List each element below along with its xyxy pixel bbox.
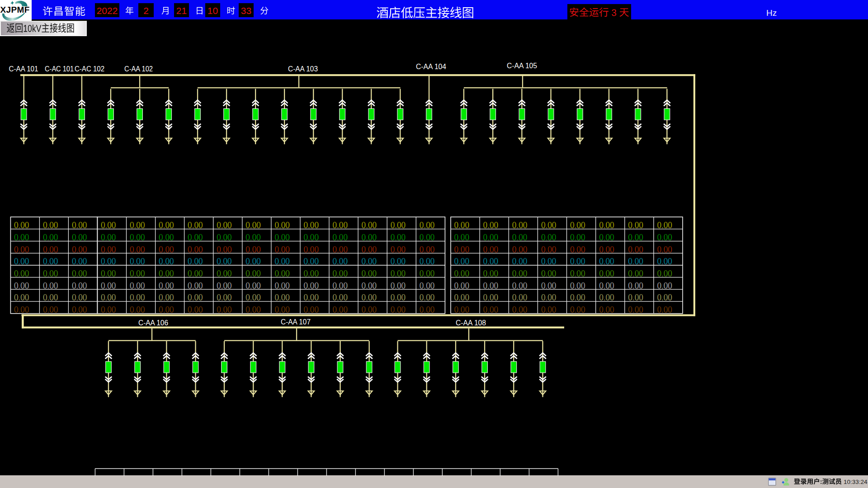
svg-text:0.00: 0.00 [362, 280, 377, 291]
svg-text:0.00: 0.00 [570, 220, 585, 230]
svg-text:0.00: 0.00 [274, 232, 290, 242]
svg-text:0.00: 0.00 [512, 220, 528, 230]
svg-text:0.00: 0.00 [570, 304, 585, 314]
svg-text:0.00: 0.00 [420, 292, 435, 302]
svg-text:0.00: 0.00 [420, 256, 435, 266]
svg-text:0.00: 0.00 [599, 304, 614, 314]
svg-text:0.00: 0.00 [217, 244, 232, 254]
svg-text:0.00: 0.00 [541, 292, 557, 302]
svg-text:0.00: 0.00 [101, 256, 116, 266]
svg-text:0.00: 0.00 [512, 256, 528, 266]
svg-text:0.00: 0.00 [483, 292, 499, 302]
svg-text:0.00: 0.00 [657, 268, 672, 278]
svg-text:0.00: 0.00 [159, 232, 174, 242]
svg-text:0.00: 0.00 [483, 304, 499, 314]
svg-text:0.00: 0.00 [14, 232, 29, 242]
svg-text:0.00: 0.00 [454, 292, 470, 302]
svg-text:C-AA 106: C-AA 106 [138, 319, 168, 327]
svg-text:C-AA 107: C-AA 107 [281, 318, 311, 326]
svg-text:0.00: 0.00 [570, 256, 585, 266]
svg-text:0.00: 0.00 [333, 232, 348, 242]
svg-text:0.00: 0.00 [657, 304, 672, 314]
svg-text:0.00: 0.00 [391, 268, 406, 278]
svg-text:0.00: 0.00 [217, 268, 232, 278]
svg-text:0.00: 0.00 [72, 268, 87, 278]
svg-text:0.00: 0.00 [14, 244, 29, 254]
svg-text:0.00: 0.00 [43, 220, 58, 230]
svg-text:0.00: 0.00 [362, 256, 377, 266]
svg-text:XJPMF: XJPMF [0, 5, 29, 14]
svg-text:0.00: 0.00 [483, 220, 499, 230]
svg-text:0.00: 0.00 [454, 256, 470, 266]
svg-text:0.00: 0.00 [512, 232, 528, 242]
svg-text:0.00: 0.00 [274, 256, 290, 266]
svg-text:0.00: 0.00 [274, 220, 290, 230]
svg-text:0.00: 0.00 [541, 304, 557, 314]
svg-text:0.00: 0.00 [333, 220, 348, 230]
svg-text:0.00: 0.00 [101, 268, 116, 278]
svg-text:0.00: 0.00 [130, 304, 145, 314]
svg-text:0.00: 0.00 [245, 280, 261, 291]
svg-text:0.00: 0.00 [130, 232, 145, 242]
svg-text:0.00: 0.00 [43, 292, 58, 302]
svg-text:0.00: 0.00 [101, 244, 116, 254]
svg-text:0.00: 0.00 [159, 256, 174, 266]
svg-text:0.00: 0.00 [420, 268, 435, 278]
svg-text:0.00: 0.00 [391, 304, 406, 314]
svg-text:0.00: 0.00 [541, 256, 557, 266]
svg-text:0.00: 0.00 [101, 280, 116, 291]
svg-text:0.00: 0.00 [628, 244, 643, 254]
svg-text:0.00: 0.00 [570, 244, 585, 254]
svg-text:0.00: 0.00 [362, 220, 377, 230]
svg-text:0.00: 0.00 [391, 256, 406, 266]
svg-text:0.00: 0.00 [483, 268, 499, 278]
svg-text:0.00: 0.00 [362, 292, 377, 302]
svg-text:0.00: 0.00 [599, 244, 614, 254]
svg-text:0.00: 0.00 [188, 268, 203, 278]
svg-text:0.00: 0.00 [362, 304, 377, 314]
svg-text:0.00: 0.00 [454, 220, 470, 230]
svg-text:0.00: 0.00 [391, 232, 406, 242]
svg-text:0.00: 0.00 [159, 244, 174, 254]
svg-text:0.00: 0.00 [333, 280, 348, 291]
svg-text:C-AA 105: C-AA 105 [507, 62, 537, 70]
svg-text:0.00: 0.00 [188, 220, 203, 230]
svg-text:0.00: 0.00 [14, 304, 29, 314]
svg-text:0.00: 0.00 [43, 256, 58, 266]
svg-text:0.00: 0.00 [188, 304, 203, 314]
svg-text:0.00: 0.00 [43, 280, 58, 291]
svg-text:0.00: 0.00 [217, 232, 232, 242]
svg-text:0.00: 0.00 [570, 232, 585, 242]
svg-text:0.00: 0.00 [217, 256, 232, 266]
svg-text:0.00: 0.00 [130, 280, 145, 291]
svg-text:0.00: 0.00 [454, 244, 470, 254]
svg-text:Hz: Hz [766, 8, 777, 18]
svg-text:0.00: 0.00 [43, 268, 58, 278]
svg-text:0.00: 0.00 [245, 304, 261, 314]
svg-text:0.00: 0.00 [274, 280, 290, 291]
svg-text:0.00: 0.00 [217, 304, 232, 314]
svg-text:0.00: 0.00 [541, 232, 557, 242]
svg-text:0.00: 0.00 [512, 244, 528, 254]
svg-text:0.00: 0.00 [130, 244, 145, 254]
svg-text:0.00: 0.00 [130, 220, 145, 230]
svg-text:0.00: 0.00 [217, 280, 232, 291]
svg-text:0.00: 0.00 [159, 280, 174, 291]
svg-text:0.00: 0.00 [391, 280, 406, 291]
svg-text:0.00: 0.00 [628, 292, 643, 302]
svg-text:0.00: 0.00 [541, 220, 557, 230]
svg-text:0.00: 0.00 [362, 232, 377, 242]
svg-text:0.00: 0.00 [454, 304, 470, 314]
svg-text:0.00: 0.00 [14, 268, 29, 278]
svg-text:0.00: 0.00 [657, 244, 672, 254]
svg-text:0.00: 0.00 [420, 220, 435, 230]
svg-text:0.00: 0.00 [188, 244, 203, 254]
svg-text:0.00: 0.00 [599, 232, 614, 242]
svg-text:0.00: 0.00 [599, 292, 614, 302]
svg-text:0.00: 0.00 [159, 292, 174, 302]
svg-text:0.00: 0.00 [245, 244, 261, 254]
svg-text:C-AA 108: C-AA 108 [456, 319, 486, 327]
svg-text:0.00: 0.00 [304, 292, 319, 302]
svg-text:0.00: 0.00 [304, 304, 319, 314]
svg-text:0.00: 0.00 [599, 280, 614, 291]
